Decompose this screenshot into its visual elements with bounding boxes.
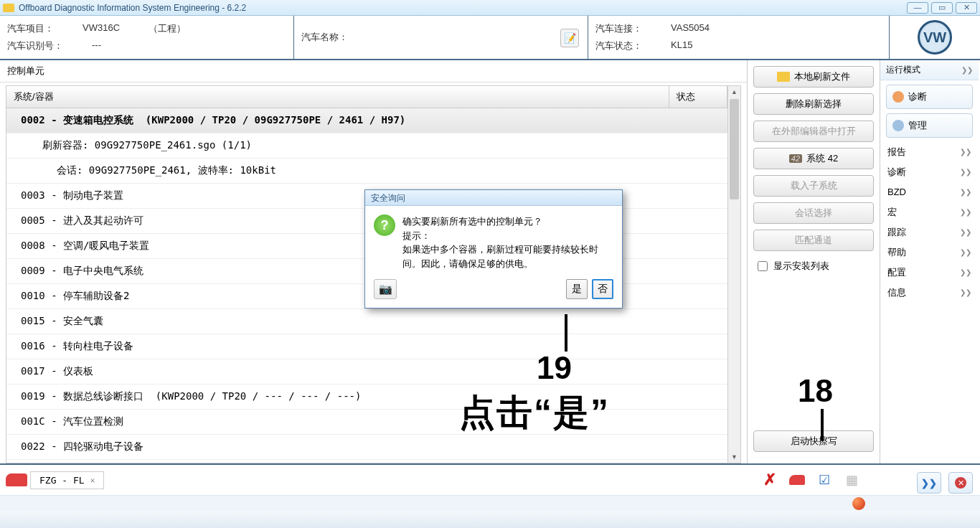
table-row[interactable]: 0015 - 安全气囊	[6, 309, 727, 334]
num42-icon: 42	[789, 154, 802, 163]
project-value: VW316C	[83, 22, 120, 35]
vehicle-name-label: 汽车名称：	[301, 31, 348, 44]
scroll-down-arrow[interactable]: ▼	[728, 451, 740, 463]
grid-header: 系统/容器 状态	[6, 86, 727, 108]
btn-label: 诊断	[908, 90, 927, 103]
dialog-line2: 提示：	[402, 229, 613, 243]
delete-x-icon[interactable]: ✗	[760, 472, 779, 488]
vw-logo-icon: VW	[918, 20, 952, 55]
cancel-icon: ✕	[955, 477, 966, 489]
table-row[interactable]: 0019 - 数据总线诊断接口 (KWP2000 / TP20 / --- / …	[6, 385, 727, 410]
table-row[interactable]: 001C - 汽车位置检测	[6, 410, 727, 435]
window-titlebar: Offboard Diagnostic Information System E…	[0, 0, 980, 16]
chevron-icon: ❯❯	[960, 228, 971, 236]
delete-refresh-selection-button[interactable]: 删除刷新选择	[753, 93, 874, 115]
screenshot-button[interactable]: 📷	[374, 279, 397, 299]
col-state[interactable]: 状态	[669, 86, 727, 108]
table-row[interactable]: 0022 - 四轮驱动电子设备	[6, 435, 727, 460]
right-sidebar: 运行模式 ❯❯ 诊断 管理 报告❯❯诊断❯❯BZD❯❯宏❯❯跟踪❯❯帮助❯❯配置…	[880, 60, 979, 463]
grid-scrollbar[interactable]: ▲ ▼	[728, 85, 741, 463]
tab-label: FZG - FL	[39, 475, 85, 486]
logo-cell: VW	[890, 16, 980, 59]
sidebar-section-信息[interactable]: 信息❯❯	[880, 283, 979, 303]
sidebar-section-配置[interactable]: 配置❯❯	[880, 263, 979, 283]
folder-icon	[777, 72, 790, 82]
security-dialog: 安全询问 ? 确实要刷新所有选中的控制单元？ 提示： 如果选中多个容器，刷新过程…	[364, 189, 623, 308]
gear-icon	[892, 120, 904, 131]
minimize-button[interactable]: —	[907, 2, 928, 14]
annotation-line-18	[821, 409, 824, 440]
tab-fzg-fl[interactable]: FZG - FL ✕	[30, 471, 104, 489]
sidebar-section-帮助[interactable]: 帮助❯❯	[880, 242, 979, 263]
project-label: 汽车项目：	[7, 22, 54, 35]
annotation-line-19	[565, 314, 567, 352]
cancel-session-button[interactable]: ✕	[948, 472, 973, 494]
show-install-list-checkbox[interactable]	[758, 261, 768, 271]
sidebar-section-跟踪[interactable]: 跟踪❯❯	[880, 222, 979, 242]
conn-label: 汽车连接：	[595, 22, 642, 35]
car-icon[interactable]	[6, 473, 27, 486]
sidebar-section-宏[interactable]: 宏❯❯	[880, 202, 979, 222]
table-row[interactable]: 0017 - 仪表板	[6, 359, 727, 385]
grid-icon[interactable]: ▦	[842, 472, 861, 488]
show-install-list-row[interactable]: 显示安装列表	[753, 257, 874, 275]
session-select-button[interactable]: 会话选择	[753, 202, 874, 224]
checkbox-label: 显示安装列表	[773, 260, 829, 273]
scroll-thumb[interactable]	[730, 99, 739, 199]
vin-label: 汽车识别号：	[7, 39, 63, 52]
checklist-icon[interactable]: ☑	[815, 472, 834, 488]
admin-mode-button[interactable]: 管理	[886, 113, 973, 138]
dialog-title: 安全询问	[365, 190, 622, 206]
conn-value: VAS5054	[671, 22, 710, 35]
load-subsystem-button[interactable]: 载入子系统	[753, 175, 874, 197]
sidebar-section-BZD[interactable]: BZD❯❯	[880, 182, 979, 202]
forward-button[interactable]: ❯❯	[917, 472, 941, 494]
edit-vehicle-name-button[interactable]: 📝	[560, 29, 579, 47]
project-note: （工程）	[149, 22, 186, 35]
chevron-icon: ❯❯	[960, 208, 971, 216]
chevron-icon: ❯❯	[960, 268, 971, 276]
maximize-button[interactable]: ▭	[931, 2, 953, 14]
table-row[interactable]: 0002 - 变速箱电控系统 (KWP2000 / TP20 / 09G9277…	[6, 108, 727, 133]
scroll-up-arrow[interactable]: ▲	[728, 86, 740, 98]
btn-label: 载入子系统	[791, 179, 837, 192]
vehicle-info-bar: 汽车项目： VW316C （工程） 汽车识别号： --- 汽车名称： 📝 汽车连…	[0, 16, 980, 60]
sidebar-section-报告[interactable]: 报告❯❯	[880, 142, 979, 162]
section-title: 控制单元	[0, 60, 747, 82]
bottom-bar: FZG - FL ✕ ✗ ☑ ▦	[0, 463, 980, 495]
status-strip	[0, 495, 980, 511]
action-buttons-panel: 本地刷新文件 删除刷新选择 在外部编辑器中打开 42 系统 42 载入子系统 会…	[748, 60, 880, 463]
table-row[interactable]: 0016 - 转向柱电子设备	[6, 334, 727, 359]
tab-close-icon[interactable]: ✕	[90, 476, 95, 485]
info-cell-connection: 汽车连接： VAS5054 汽车状态： KL15	[588, 16, 890, 59]
chevron-icon: ❯❯	[960, 188, 971, 196]
vin-value: ---	[92, 39, 101, 52]
system-42-button[interactable]: 42 系统 42	[753, 148, 874, 169]
car-status-icon[interactable]	[788, 472, 806, 488]
btn-label: 本地刷新文件	[794, 70, 850, 83]
sidebar-section-诊断[interactable]: 诊断❯❯	[880, 162, 979, 182]
btn-label: 删除刷新选择	[786, 98, 842, 110]
close-button[interactable]: ✕	[956, 2, 977, 14]
table-row[interactable]: 会话: 09G927750PE_2461, 波特率: 10kBit	[6, 159, 727, 184]
start-flash-button[interactable]: 启动快擦写	[753, 430, 874, 452]
btn-label: 在外部编辑器中打开	[772, 125, 856, 138]
table-row[interactable]: 刷新容器: 09G927750PE_2461.sgo (1/1)	[6, 133, 727, 159]
camera-icon: 📷	[379, 283, 392, 296]
open-external-editor-button[interactable]: 在外部编辑器中打开	[753, 121, 874, 142]
chevron-icon: ❯❯	[960, 168, 971, 176]
diagnosis-mode-button[interactable]: 诊断	[886, 85, 973, 109]
run-mode-header[interactable]: 运行模式 ❯❯	[880, 60, 979, 80]
app-icon	[3, 4, 14, 12]
local-refresh-file-button[interactable]: 本地刷新文件	[753, 66, 874, 88]
col-system[interactable]: 系统/容器	[6, 86, 669, 108]
run-mode-label: 运行模式	[886, 64, 920, 76]
state-value: KL15	[671, 39, 692, 52]
yes-button[interactable]: 是	[566, 279, 588, 299]
btn-label: 会话选择	[795, 207, 832, 220]
no-button[interactable]: 否	[592, 279, 613, 299]
chevron-icon: ❯❯	[960, 248, 971, 256]
status-indicator-icon	[852, 497, 865, 510]
match-channel-button[interactable]: 匹配通道	[753, 230, 874, 251]
dialog-line3: 如果选中多个容器，刷新过程可能要持续较长时间。因此，请确保足够的供电。	[402, 242, 613, 270]
